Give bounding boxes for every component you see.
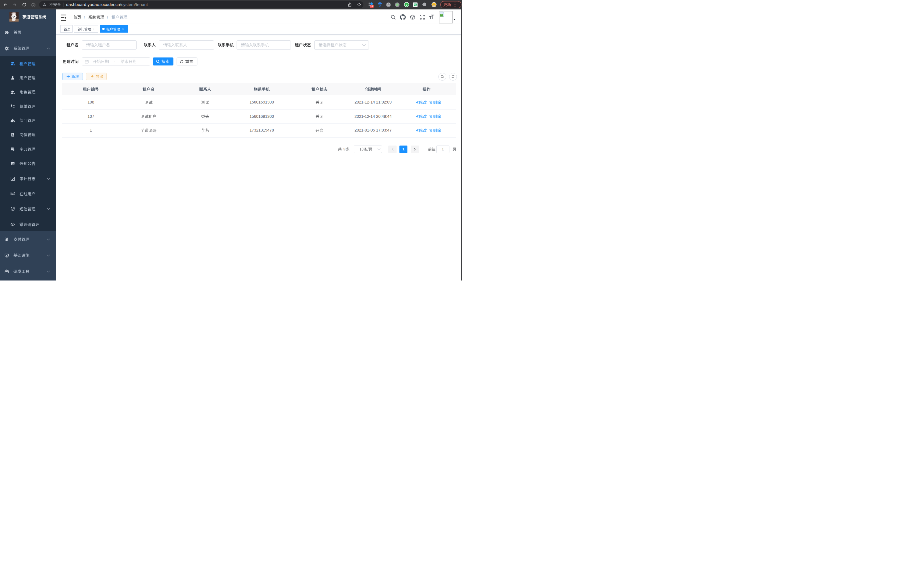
svg-text:y: y [406, 3, 407, 6]
